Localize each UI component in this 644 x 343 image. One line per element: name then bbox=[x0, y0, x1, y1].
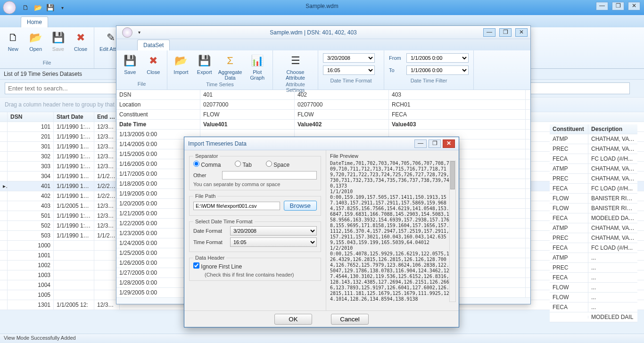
save-icon: 💾 bbox=[50, 30, 66, 45]
minimize-button[interactable]: — bbox=[596, 2, 608, 10]
table-row[interactable]: FLOWBANISTER RIV... bbox=[550, 204, 637, 213]
close-button[interactable]: ✕ bbox=[628, 2, 640, 10]
ignore-first-line-check[interactable]: Ignore First Line bbox=[193, 263, 242, 270]
close-icon: ✖ bbox=[146, 53, 161, 68]
col-dsn[interactable]: DSN bbox=[8, 112, 54, 122]
open-icon: 📂 bbox=[28, 30, 43, 45]
choose-attr-button[interactable]: ☰Choose Attribute bbox=[277, 52, 314, 81]
open-button[interactable]: 📂Open bbox=[26, 29, 45, 59]
table-row[interactable]: FLOW... bbox=[550, 293, 637, 302]
ds-title: Sample.wdm | DSN: 401, 402, 403 bbox=[143, 29, 483, 36]
import-dialog: Import Timeseries Data — ❐ ✕ Separator C… bbox=[184, 137, 459, 327]
preview-label: File Preview bbox=[330, 153, 457, 159]
sigma-icon: Σ bbox=[223, 53, 238, 68]
radio-space[interactable]: Space bbox=[266, 161, 289, 168]
filepath-group: File Path Browse bbox=[189, 193, 321, 216]
table-row[interactable]: FECAFC LOAD (#/H... bbox=[550, 154, 637, 164]
dialog-minimize-button[interactable]: — bbox=[414, 139, 427, 148]
browse-button[interactable]: Browse bbox=[284, 201, 317, 211]
from-date-select[interactable]: 1/1/2005 0:00 bbox=[406, 53, 469, 63]
dataheader-group: Data Header Ignore First Line (Check thi… bbox=[189, 255, 321, 281]
table-row[interactable]: ATMP... bbox=[550, 253, 637, 263]
save-icon: 💾 bbox=[123, 53, 138, 68]
table-row[interactable]: FECAFC LOAD (#/H... bbox=[550, 184, 637, 194]
ds-close-button-ribbon[interactable]: ✖Close bbox=[144, 52, 164, 80]
qat-open-icon[interactable]: 📂 bbox=[33, 3, 42, 12]
ok-button[interactable]: OK bbox=[274, 314, 312, 325]
time-format-dropdown[interactable]: 16:05 bbox=[230, 237, 317, 247]
status-bar: View Mode Successfully Added bbox=[0, 334, 644, 343]
table-row[interactable]: MODELED DAIL bbox=[550, 312, 637, 322]
table-row[interactable]: PRECCHATHAM, VA ... bbox=[550, 233, 637, 243]
other-sep-input[interactable] bbox=[222, 171, 317, 180]
file-preview: DateTime,701,702,703,704,705,706,707,708… bbox=[330, 161, 450, 302]
dialog-title: Import Timeseries Data bbox=[188, 140, 414, 147]
table-row[interactable]: ATMPCHATHAM, VA ... bbox=[550, 223, 637, 233]
date-format-select[interactable]: 3/20/2008 bbox=[323, 53, 375, 63]
table-row[interactable]: PRECCHATHAM, VA ... bbox=[550, 174, 637, 184]
ds-restore-button[interactable]: ❐ bbox=[499, 28, 512, 37]
preview-scrollbar[interactable] bbox=[449, 161, 456, 302]
filepath-input[interactable] bbox=[193, 202, 280, 210]
to-date-select[interactable]: 1/1/2006 0:00 bbox=[406, 65, 469, 75]
table-row[interactable]: ATMPCHATHAM, VA ... bbox=[550, 164, 637, 174]
qat-dropdown-icon[interactable]: ▾ bbox=[58, 3, 67, 12]
app-icon[interactable] bbox=[3, 1, 16, 14]
separator-group: Separator Comma Tab Space Other You can … bbox=[189, 153, 321, 190]
table-row[interactable]: FECA... bbox=[550, 273, 637, 283]
table-row[interactable]: ATMPCHATHAM, VA ... bbox=[550, 134, 637, 144]
attribute-icon: ☰ bbox=[288, 53, 303, 68]
close-button-ribbon[interactable]: ✖Close bbox=[71, 29, 90, 59]
import-button[interactable]: 📂Import bbox=[171, 52, 191, 81]
tab-dataset[interactable]: DataSet bbox=[137, 40, 170, 50]
ds-app-icon[interactable] bbox=[122, 27, 132, 38]
qat-save-icon[interactable]: 💾 bbox=[45, 3, 55, 12]
table-row[interactable]: PREC... bbox=[550, 263, 637, 273]
table-row[interactable]: PRECCHATHAM, VA ... bbox=[550, 144, 637, 154]
col-constituent[interactable]: Constituent bbox=[550, 124, 588, 134]
radio-comma[interactable]: Comma bbox=[193, 161, 221, 168]
table-row[interactable]: FECAMODELED DAIL... bbox=[550, 213, 637, 223]
ds-minimize-button[interactable]: — bbox=[483, 28, 495, 37]
table-row[interactable]: FECAFC LOAD (#/H... bbox=[550, 243, 637, 253]
col-start[interactable]: Start Date bbox=[54, 112, 94, 122]
radio-tab[interactable]: Tab bbox=[235, 161, 251, 168]
ds-save-button[interactable]: 💾Save bbox=[120, 52, 140, 80]
chart-icon: 📊 bbox=[250, 53, 265, 68]
table-row[interactable]: FLOW... bbox=[550, 283, 637, 293]
aggregate-button[interactable]: ΣAggregate Data bbox=[218, 52, 242, 81]
plot-button[interactable]: 📊Plot Graph bbox=[246, 52, 269, 81]
export-button[interactable]: 💾Export bbox=[195, 52, 215, 81]
ds-close-button[interactable]: ✕ bbox=[515, 28, 528, 37]
date-format-dropdown[interactable]: 3/20/2008 bbox=[230, 226, 317, 236]
qat-new-icon[interactable]: 🗋 bbox=[21, 3, 30, 12]
export-icon: 💾 bbox=[197, 53, 212, 68]
restore-button[interactable]: ❐ bbox=[612, 2, 624, 10]
new-button[interactable]: 🗋New bbox=[4, 29, 23, 59]
dialog-close-button[interactable]: ✕ bbox=[443, 139, 455, 148]
new-icon: 🗋 bbox=[6, 30, 21, 45]
table-row[interactable]: FECA... bbox=[550, 302, 637, 312]
dateformat-group: Select Date Time Format Date Format3/20/… bbox=[189, 219, 321, 252]
table-row[interactable]: FLOWBANISTER RIV... bbox=[550, 194, 637, 204]
right-columns: Constituent Description ATMPCHATHAM, VA … bbox=[550, 124, 637, 322]
window-title: Sample.wdm bbox=[305, 3, 338, 9]
time-format-select[interactable]: 16:05 bbox=[323, 65, 375, 75]
cancel-button[interactable]: Cancel bbox=[331, 314, 369, 325]
ds-qat-dropdown-icon[interactable]: ▾ bbox=[135, 30, 143, 35]
save-button[interactable]: 💾Save bbox=[49, 29, 68, 59]
tab-home[interactable]: Home bbox=[21, 16, 48, 27]
main-titlebar: 🗋 📂 💾 ▾ Sample.wdm — ❐ ✕ bbox=[0, 0, 644, 15]
close-icon: ✖ bbox=[73, 30, 88, 45]
import-icon: 📂 bbox=[173, 53, 189, 68]
dialog-restore-button[interactable]: ❐ bbox=[429, 139, 441, 148]
col-description[interactable]: Description bbox=[588, 124, 637, 134]
